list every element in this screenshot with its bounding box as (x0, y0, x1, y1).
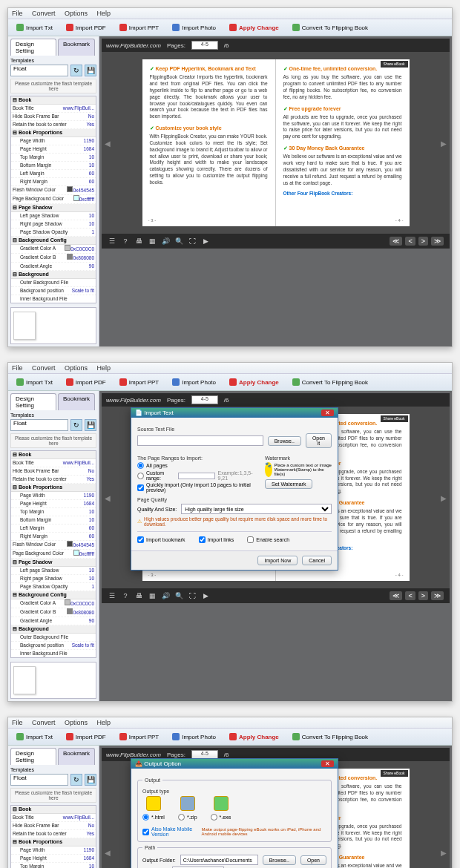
property-row[interactable]: Gradient Color B0x808080 (11, 608, 96, 617)
import-pdf-button[interactable]: Import PDF (62, 376, 110, 388)
property-row[interactable]: Page Width1190 (11, 137, 96, 145)
page-edge-left-icon[interactable]: ◀ (105, 493, 111, 502)
import-txt-button[interactable]: Import Txt (13, 22, 56, 33)
property-row[interactable]: Right Margin60 (11, 178, 96, 186)
property-row[interactable]: Top Margin10 (11, 508, 96, 516)
sound-icon[interactable]: 🔊 (161, 237, 170, 245)
template-select[interactable]: Float (10, 774, 68, 786)
menu-file[interactable]: File (12, 719, 23, 726)
exe-radio[interactable] (211, 814, 217, 821)
property-row[interactable]: Page Shadow Opacity1 (11, 583, 96, 591)
property-row[interactable]: Left Margin60 (11, 525, 96, 533)
property-row[interactable]: Page Background Color0xcffffff (11, 550, 96, 559)
property-row[interactable]: Retain the book to centerYes (11, 476, 96, 484)
property-row[interactable]: Hide Book Frame BarNo (11, 467, 96, 476)
property-row[interactable]: Left page Shadow10 (11, 567, 96, 575)
import-pdf-button[interactable]: Import PDF (62, 731, 110, 743)
template-select[interactable]: Float (10, 65, 68, 76)
share-button[interactable]: Share eBook (381, 415, 408, 422)
page-edge-left-icon[interactable]: ◀ (105, 848, 111, 856)
share-button[interactable]: Share eBook (381, 61, 408, 68)
page-edge-left-icon[interactable]: ◀ (105, 139, 111, 147)
menu-file[interactable]: File (12, 10, 23, 17)
thumbnails-icon[interactable]: ▦ (148, 237, 157, 245)
menu-options[interactable]: Options (65, 10, 88, 17)
page-thumbnail[interactable] (13, 666, 36, 694)
property-row[interactable]: Left Margin60 (11, 170, 96, 178)
zoom-icon[interactable]: 🔍 (174, 237, 183, 245)
import-ppt-button[interactable]: Import PPT (116, 22, 162, 33)
output-folder-input[interactable] (180, 855, 258, 865)
next-page-button[interactable]: > (418, 591, 428, 600)
property-row[interactable]: Book Titlewww.FlipBuil... (11, 459, 96, 467)
property-row[interactable]: Gradient Angle90 (11, 263, 96, 271)
property-row[interactable]: Right Margin60 (11, 533, 96, 541)
property-row[interactable]: Gradient Color A0xC0C0C0 (11, 245, 96, 254)
first-page-button[interactable]: ≪ (390, 591, 402, 600)
import-ppt-button[interactable]: Import PPT (116, 731, 162, 743)
next-page-button[interactable]: > (418, 237, 428, 246)
property-row[interactable]: Bottom Margin10 (11, 162, 96, 170)
property-row[interactable]: Background positionScale to fit (11, 642, 96, 650)
property-list[interactable]: ⊟ BookBook Titlewww.FlipBuil...Hide Book… (10, 805, 96, 868)
property-row[interactable]: Gradient Color B0x808080 (11, 254, 96, 263)
menu-help[interactable]: Help (97, 10, 111, 17)
fullscreen-icon[interactable]: ⛶ (188, 237, 197, 245)
page-thumbnail[interactable] (13, 312, 36, 340)
last-page-button[interactable]: ≫ (431, 237, 444, 246)
import-now-button[interactable]: Import Now (257, 556, 298, 565)
menu-convert[interactable]: Convert (32, 364, 56, 372)
apply-change-button[interactable]: Apply Change (226, 376, 283, 388)
apply-change-button[interactable]: Apply Change (226, 22, 283, 33)
browse-button[interactable]: Browse.. (268, 436, 301, 446)
menu-options[interactable]: Options (65, 719, 88, 726)
property-row[interactable]: Gradient Angle90 (11, 617, 96, 625)
property-row[interactable]: Page Height1684 (11, 145, 96, 154)
menu-file[interactable]: File (12, 364, 23, 372)
import-photo-button[interactable]: Import Photo (168, 731, 220, 743)
template-refresh-button[interactable]: ↻ (70, 65, 82, 76)
thumbnails-icon[interactable]: ▦ (148, 592, 157, 599)
mobile-version-check[interactable] (142, 829, 149, 835)
property-row[interactable]: Right page Shadow10 (11, 575, 96, 583)
zoom-icon[interactable]: 🔍 (174, 592, 183, 599)
right-page[interactable]: Share eBook ✓One-time fee, unlimited con… (276, 59, 410, 226)
dialog-close-button[interactable]: ✕ (321, 760, 334, 767)
menu-help[interactable]: Help (97, 364, 111, 372)
toc-icon[interactable]: ☰ (108, 592, 116, 599)
import-photo-button[interactable]: Import Photo (168, 376, 220, 388)
property-row[interactable]: Inner Background File (11, 295, 96, 303)
property-row[interactable]: Page Height1684 (11, 500, 96, 508)
property-row[interactable]: Hide Book Frame BarNo (11, 113, 96, 121)
quality-select[interactable]: High quality large file size (181, 504, 332, 514)
menu-options[interactable]: Options (65, 364, 88, 372)
convert-book-button[interactable]: Convert To Flipping Book (289, 376, 372, 388)
first-page-button[interactable]: ≪ (390, 237, 402, 246)
import-photo-button[interactable]: Import Photo (168, 22, 220, 33)
print-icon[interactable]: 🖶 (134, 237, 143, 245)
import-bookmark-check[interactable] (137, 536, 144, 543)
property-row[interactable]: Outer Background File (11, 279, 96, 287)
property-row[interactable]: Page Height1684 (11, 855, 96, 863)
set-watermark-button[interactable]: Set Watermark (265, 479, 312, 489)
template-refresh-button[interactable]: ↻ (70, 419, 82, 431)
import-pdf-button[interactable]: Import PDF (62, 22, 110, 33)
html-radio[interactable] (142, 814, 149, 821)
source-file-input[interactable] (137, 435, 263, 446)
property-row[interactable]: Outer Background File (11, 634, 96, 642)
all-pages-radio[interactable] (137, 462, 144, 469)
property-row[interactable]: Flash Window Color0x454545 (11, 541, 96, 550)
dialog-close-button[interactable]: ✕ (321, 410, 334, 416)
property-row[interactable]: Inner Background File (11, 650, 96, 658)
import-txt-button[interactable]: Import Txt (13, 376, 56, 388)
convert-book-button[interactable]: Convert To Flipping Book (289, 22, 372, 33)
help-icon[interactable]: ? (121, 592, 130, 599)
zip-radio[interactable] (178, 814, 185, 821)
toc-icon[interactable]: ☰ (108, 237, 116, 245)
prev-page-button[interactable]: < (405, 591, 415, 600)
property-row[interactable]: Background positionScale to fit (11, 287, 96, 295)
template-save-button[interactable]: 💾 (85, 419, 96, 431)
property-row[interactable]: Gradient Color A0xC0C0C0 (11, 599, 96, 608)
open-it-button[interactable]: Open it (306, 433, 332, 448)
property-row[interactable]: Hide Book Frame BarNo (11, 822, 96, 830)
